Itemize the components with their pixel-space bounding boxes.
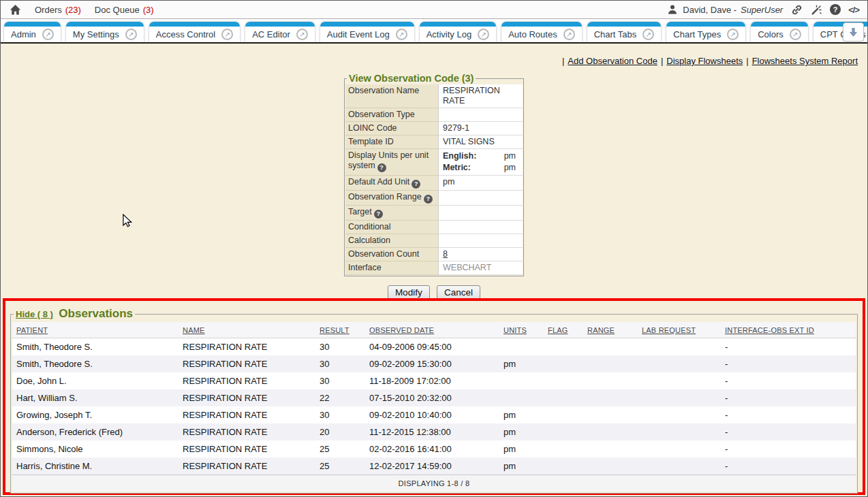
cell-observed-date: 04-09-2006 09:45:00	[365, 338, 499, 356]
nav-orders-label[interactable]: Orders	[35, 5, 62, 15]
main-content: |Add Observation Code|Display Flowsheets…	[1, 44, 867, 300]
col-header-units[interactable]: UNITS	[499, 322, 544, 338]
cell-name: RESPIRATION RATE	[179, 372, 315, 389]
help-icon[interactable]: ?	[374, 210, 383, 219]
cell-interface-obs-ext-id: -	[721, 389, 856, 406]
col-header-patient[interactable]: PATIENT	[12, 322, 179, 338]
code-icon[interactable]: </>	[848, 5, 859, 15]
tab-access-control[interactable]: Access Control↗	[149, 22, 240, 42]
view-observation-panel: View Observation Code (3) Observation Na…	[344, 72, 524, 276]
popout-icon[interactable]: ↗	[296, 29, 308, 40]
modify-button[interactable]: Modify	[388, 285, 430, 300]
cell-result: 20	[315, 423, 365, 440]
cell-lab-request	[638, 389, 721, 406]
tab-chart-tabs[interactable]: Chart Tabs↗	[587, 22, 662, 42]
link-display-flowsheets[interactable]: Display Flowsheets	[666, 56, 743, 66]
cell-result: 30	[315, 406, 365, 423]
help-icon[interactable]: ?	[412, 180, 420, 189]
tab-chart-types[interactable]: Chart Types↗	[666, 22, 745, 42]
cell-flag	[544, 338, 583, 356]
field-value[interactable]: 8	[438, 248, 523, 261]
col-header-interface-obs-ext-id[interactable]: INTERFACE-OBS EXT ID	[721, 322, 856, 338]
link-icon[interactable]	[790, 3, 803, 16]
table-row: Anderson, Frederick (Fred)RESPIRATION RA…	[12, 423, 856, 440]
cell-name: RESPIRATION RATE	[179, 406, 315, 423]
col-header-flag[interactable]: FLAG	[544, 322, 583, 338]
popout-icon[interactable]: ↗	[396, 29, 407, 40]
field-label: Observation Count	[345, 248, 438, 261]
popout-icon[interactable]: ↗	[642, 29, 654, 40]
popout-icon[interactable]: ↗	[563, 29, 575, 40]
link-flowsheets-system-report[interactable]: Flowsheets System Report	[752, 56, 858, 66]
cell-interface-obs-ext-id: -	[721, 372, 856, 389]
field-value	[438, 234, 523, 248]
cell-units: pm	[499, 458, 544, 475]
cell-range	[583, 406, 638, 423]
button-row: Modify Cancel	[1, 285, 867, 300]
tab-overflow-button[interactable]	[843, 22, 864, 42]
col-header-observed-date[interactable]: OBSERVED DATE	[365, 322, 499, 338]
popout-icon[interactable]: ↗	[478, 29, 489, 40]
help-icon[interactable]: ?	[830, 4, 841, 15]
cell-interface-obs-ext-id: -	[721, 458, 856, 475]
popout-icon[interactable]: ↗	[221, 29, 233, 40]
table-row: Smith, Theodore S.RESPIRATION RATE3009-0…	[12, 355, 856, 372]
cell-lab-request	[638, 406, 721, 423]
cell-observed-date: 11-18-2009 17:02:00	[365, 372, 499, 389]
cell-flag	[544, 372, 583, 389]
cell-units	[499, 372, 544, 389]
nav-orders[interactable]: Orders (23)	[35, 5, 81, 15]
cell-patient: Doe, John L.	[12, 372, 179, 389]
field-row-observation-range: Observation Range?	[345, 191, 523, 206]
col-header-name[interactable]: NAME	[179, 322, 315, 338]
wand-icon[interactable]	[810, 3, 822, 16]
tab-audit-event-log[interactable]: Audit Event Log↗	[320, 22, 414, 42]
observations-table: PATIENTNAMERESULTOBSERVED DATEUNITSFLAGR…	[12, 322, 856, 492]
tab-activity-log[interactable]: Activity Log↗	[420, 22, 496, 42]
cell-units: pm	[499, 440, 544, 458]
cell-interface-obs-ext-id: -	[721, 406, 856, 423]
popout-icon[interactable]: ↗	[790, 29, 801, 40]
user-menu[interactable]: David, Dave - SuperUser	[666, 3, 783, 16]
cell-interface-obs-ext-id: -	[721, 423, 856, 440]
cell-flag	[544, 440, 583, 458]
cell-result: 25	[315, 440, 365, 458]
app-window: Orders (23) Doc Queue (3) David, Dave - …	[0, 0, 868, 497]
cell-patient: Harris, Christine M.	[12, 458, 179, 475]
cell-lab-request	[638, 440, 721, 458]
popout-icon[interactable]: ↗	[42, 29, 54, 40]
panel-title: View Observation Code (3)	[349, 73, 474, 84]
tab-my-settings[interactable]: My Settings↗	[66, 22, 144, 42]
field-value	[438, 108, 523, 122]
col-header-lab-request[interactable]: LAB REQUEST	[638, 322, 721, 338]
tab-auto-routes[interactable]: Auto Routes↗	[501, 22, 582, 42]
nav-doc-queue[interactable]: Doc Queue (3)	[95, 5, 154, 15]
top-bar: Orders (23) Doc Queue (3) David, Dave - …	[1, 1, 867, 19]
tab-ac-editor[interactable]: AC Editor↗	[245, 22, 315, 42]
nav-doc-queue-label[interactable]: Doc Queue	[95, 5, 140, 15]
col-header-result[interactable]: RESULT	[315, 322, 365, 338]
tab-label: Audit Event Log	[327, 29, 390, 39]
cell-range	[583, 338, 638, 356]
user-icon	[666, 3, 679, 16]
popout-icon[interactable]: ↗	[727, 29, 739, 40]
help-icon[interactable]: ?	[377, 163, 386, 172]
help-icon[interactable]: ?	[424, 195, 433, 204]
table-row: Simmons, NicoleRESPIRATION RATE2502-02-2…	[12, 440, 856, 458]
cell-flag	[544, 458, 583, 475]
col-header-range[interactable]: RANGE	[583, 322, 638, 338]
cell-name: RESPIRATION RATE	[179, 355, 315, 372]
tab-admin[interactable]: Admin↗	[4, 22, 61, 42]
home-icon[interactable]	[9, 3, 21, 16]
tab-colors[interactable]: Colors↗	[751, 22, 808, 42]
cancel-button[interactable]: Cancel	[437, 285, 480, 300]
cell-flag	[544, 355, 583, 372]
popout-icon[interactable]: ↗	[125, 29, 137, 40]
tab-label: Auto Routes	[508, 29, 557, 39]
field-value: pm	[438, 176, 523, 191]
cell-units: pm	[499, 355, 544, 372]
field-row-observation-type: Observation Type	[345, 108, 523, 122]
link-add-observation-code[interactable]: Add Observation Code	[568, 56, 657, 66]
tab-label: AC Editor	[252, 29, 290, 39]
hide-link[interactable]: Hide ( 8 )	[16, 309, 53, 319]
